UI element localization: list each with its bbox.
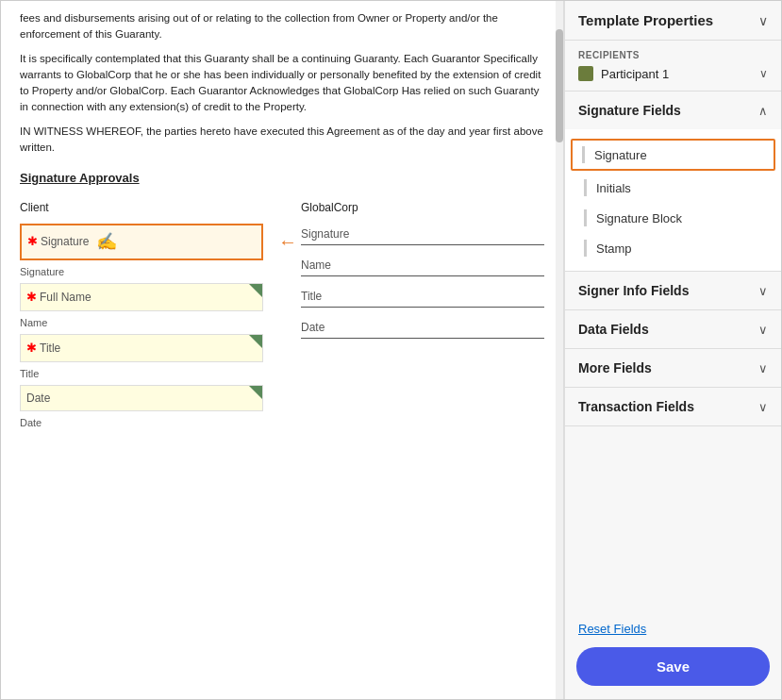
document-panel: fees and disbursements arising out of or… [1,1,564,699]
document-scrollbar[interactable] [556,1,563,699]
save-button[interactable]: Save [576,647,770,686]
signature-field-label: Signature [41,233,89,250]
more-fields-title: More Fields [578,360,652,375]
signer-info-section: Signer Info Fields ∨ [565,272,781,310]
sig-field-stamp-label: Stamp [596,242,632,256]
signature-fields-content: Signature Initials Signature Block Stamp [565,129,781,271]
signature-bottom-label: Signature [20,264,263,280]
date-label: Date [26,390,50,407]
panel-bottom: Reset Fields Save [565,610,781,699]
sig-field-block-label: Signature Block [596,211,682,225]
client-title: Client [20,199,263,216]
signature-approvals-section: Signature Approvals Client ✱ Signature ✍… [20,169,544,433]
field-triangle [249,284,262,297]
sig-field-stamp[interactable]: Stamp [565,233,781,263]
required-asterisk-3: ✱ [26,339,37,358]
participant-name: Participant 1 [601,67,759,81]
signer-info-chevron[interactable]: ∨ [758,284,768,298]
fullname-label: Full Name [40,289,92,306]
globalcorp-column: GlobalCorp Signature Name Title Date [301,199,544,433]
client-fullname-field[interactable]: ✱ Full Name [20,283,263,311]
date-bottom-label: Date [20,415,263,431]
data-fields-header[interactable]: Data Fields ∨ [565,310,781,348]
globalcorp-title-field: Title [301,286,544,308]
signature-fields-chevron[interactable]: ∧ [758,104,768,118]
paragraph-1: fees and disbursements arising out of or… [20,10,544,43]
right-panel: Template Properties ∨ RECIPIENTS Partici… [564,1,781,699]
more-fields-chevron[interactable]: ∨ [758,361,768,375]
participant-color-box [578,66,593,81]
title-bottom-label: Title [20,366,263,382]
sig-field-signature-label: Signature [594,148,647,162]
sig-field-block-line [584,209,587,226]
signature-fields-header[interactable]: Signature Fields ∧ [565,92,781,129]
document-content: fees and disbursements arising out of or… [1,1,563,442]
panel-collapse-chevron[interactable]: ∨ [758,13,768,28]
transaction-fields-header[interactable]: Transaction Fields ∨ [565,388,781,425]
field-triangle-2 [249,335,262,348]
client-column: Client ✱ Signature ✍ ← Signature [20,199,263,433]
signature-columns: Client ✱ Signature ✍ ← Signature [20,199,544,433]
paragraph-3: IN WITNESS WHEREOF, the parties hereto h… [20,124,544,157]
required-asterisk: ✱ [27,232,38,251]
sig-field-sig-block[interactable]: Signature Block [565,203,781,233]
signer-info-header[interactable]: Signer Info Fields ∨ [565,272,781,309]
signer-info-title: Signer Info Fields [578,283,689,298]
signature-fields-section: Signature Fields ∧ Signature Initials Si… [565,92,781,272]
sig-field-initials[interactable]: Initials [565,173,781,203]
recipients-label: RECIPIENTS [578,50,768,60]
client-date-field[interactable]: Date [20,385,263,411]
reset-fields-link[interactable]: Reset Fields [565,610,781,640]
sig-field-initials-label: Initials [596,181,631,195]
data-fields-title: Data Fields [578,322,649,337]
data-fields-section: Data Fields ∨ [565,310,781,349]
sig-field-line [582,146,585,163]
name-bottom-label: Name [20,315,263,331]
transaction-fields-chevron[interactable]: ∨ [758,400,768,414]
globalcorp-name-field: Name [301,255,544,276]
scrollbar-thumb[interactable] [556,29,563,142]
more-fields-section: More Fields ∨ [565,349,781,388]
data-fields-chevron[interactable]: ∨ [758,323,768,337]
required-asterisk-2: ✱ [26,288,37,307]
globalcorp-signature-field: Signature [301,224,544,245]
sig-field-initials-line [584,179,587,196]
signature-fields-title: Signature Fields [578,103,681,118]
recipients-section: RECIPIENTS Participant 1 ∨ [565,41,781,92]
client-title-field[interactable]: ✱ Title [20,334,263,362]
more-fields-header[interactable]: More Fields ∨ [565,349,781,387]
participant-row[interactable]: Participant 1 ∨ [578,66,768,81]
globalcorp-date-field: Date [301,317,544,339]
title-label: Title [40,340,60,357]
sig-field-signature[interactable]: Signature [571,139,775,171]
transaction-fields-title: Transaction Fields [578,399,694,414]
sig-field-stamp-line [584,240,587,257]
client-fields: ✱ Signature ✍ ← Signature ✱ Full Name [20,224,263,433]
sig-approvals-title: Signature Approvals [20,169,544,188]
globalcorp-title: GlobalCorp [301,199,544,216]
panel-title: Template Properties [578,12,713,28]
paragraph-2: It is specifically contemplated that thi… [20,51,544,116]
arrow-indicator: ← [278,227,297,256]
cursor-icon: ✍ [96,229,117,255]
panel-header: Template Properties ∨ [565,1,781,41]
field-triangle-3 [249,386,262,399]
transaction-fields-section: Transaction Fields ∨ [565,388,781,426]
participant-chevron[interactable]: ∨ [759,67,768,80]
globalcorp-fields: Signature Name Title Date [301,224,544,346]
client-signature-field[interactable]: ✱ Signature ✍ ← [20,224,263,260]
